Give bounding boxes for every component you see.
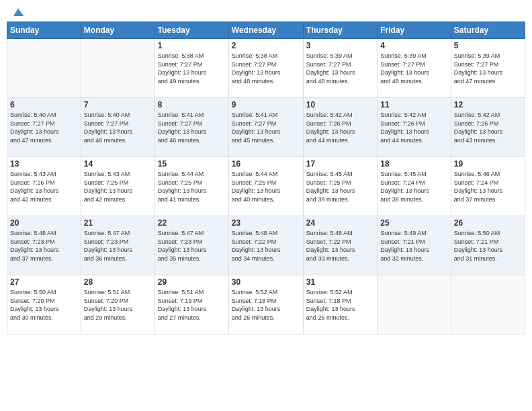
calendar-cell: 31Sunrise: 5:52 AM Sunset: 7:18 PM Dayli… — [303, 275, 377, 334]
day-number: 1 — [158, 41, 226, 50]
weekday-header: Monday — [81, 22, 154, 39]
calendar-week-row: 13Sunrise: 5:43 AM Sunset: 7:26 PM Dayli… — [7, 157, 525, 216]
day-info: Sunrise: 5:47 AM Sunset: 7:23 PM Dayligh… — [84, 229, 152, 263]
day-number: 9 — [232, 100, 300, 109]
calendar-cell: 22Sunrise: 5:47 AM Sunset: 7:23 PM Dayli… — [154, 216, 228, 275]
day-info: Sunrise: 5:47 AM Sunset: 7:23 PM Dayligh… — [158, 229, 226, 263]
calendar-cell: 12Sunrise: 5:42 AM Sunset: 7:26 PM Dayli… — [451, 98, 525, 157]
day-number: 14 — [84, 159, 152, 169]
calendar-cell: 24Sunrise: 5:48 AM Sunset: 7:22 PM Dayli… — [303, 216, 377, 275]
weekday-header: Saturday — [451, 22, 525, 39]
day-info: Sunrise: 5:44 AM Sunset: 7:25 PM Dayligh… — [158, 170, 226, 203]
calendar-cell: 19Sunrise: 5:46 AM Sunset: 7:24 PM Dayli… — [451, 157, 525, 216]
calendar-week-row: 27Sunrise: 5:50 AM Sunset: 7:20 PM Dayli… — [7, 275, 525, 334]
day-number: 5 — [454, 41, 522, 50]
day-number: 2 — [232, 41, 300, 50]
calendar-cell — [7, 39, 81, 98]
logo-icon — [11, 7, 26, 19]
day-info: Sunrise: 5:42 AM Sunset: 7:26 PM Dayligh… — [306, 111, 374, 144]
calendar-cell: 25Sunrise: 5:49 AM Sunset: 7:21 PM Dayli… — [378, 216, 451, 275]
calendar-cell: 10Sunrise: 5:42 AM Sunset: 7:26 PM Dayli… — [303, 98, 377, 157]
calendar-cell: 16Sunrise: 5:44 AM Sunset: 7:25 PM Dayli… — [228, 157, 303, 216]
calendar-cell: 28Sunrise: 5:51 AM Sunset: 7:20 PM Dayli… — [81, 275, 154, 334]
day-info: Sunrise: 5:46 AM Sunset: 7:24 PM Dayligh… — [454, 170, 522, 203]
calendar-cell: 7Sunrise: 5:40 AM Sunset: 7:27 PM Daylig… — [81, 98, 154, 157]
day-info: Sunrise: 5:48 AM Sunset: 7:22 PM Dayligh… — [306, 229, 374, 263]
day-number: 23 — [232, 218, 300, 228]
calendar-header-row: SundayMondayTuesdayWednesdayThursdayFrid… — [7, 22, 525, 39]
calendar-cell: 6Sunrise: 5:40 AM Sunset: 7:27 PM Daylig… — [7, 98, 81, 157]
day-info: Sunrise: 5:39 AM Sunset: 7:27 PM Dayligh… — [306, 52, 374, 85]
day-info: Sunrise: 5:40 AM Sunset: 7:27 PM Dayligh… — [84, 111, 152, 144]
day-info: Sunrise: 5:49 AM Sunset: 7:21 PM Dayligh… — [380, 229, 447, 263]
day-number: 8 — [158, 100, 226, 109]
weekday-header: Tuesday — [154, 22, 228, 39]
day-info: Sunrise: 5:41 AM Sunset: 7:27 PM Dayligh… — [232, 111, 300, 144]
day-info: Sunrise: 5:42 AM Sunset: 7:26 PM Dayligh… — [454, 111, 522, 144]
day-number: 21 — [84, 218, 152, 228]
calendar-cell: 17Sunrise: 5:45 AM Sunset: 7:25 PM Dayli… — [303, 157, 377, 216]
weekday-header: Wednesday — [228, 22, 303, 39]
calendar-cell: 2Sunrise: 5:38 AM Sunset: 7:27 PM Daylig… — [228, 39, 303, 98]
day-info: Sunrise: 5:38 AM Sunset: 7:27 PM Dayligh… — [232, 52, 300, 85]
day-number: 4 — [380, 41, 447, 50]
calendar-cell: 13Sunrise: 5:43 AM Sunset: 7:26 PM Dayli… — [7, 157, 81, 216]
day-number: 12 — [454, 100, 522, 109]
day-number: 16 — [232, 159, 300, 169]
weekday-header: Friday — [378, 22, 451, 39]
day-info: Sunrise: 5:40 AM Sunset: 7:27 PM Dayligh… — [10, 111, 78, 144]
calendar-cell — [81, 39, 154, 98]
day-number: 13 — [10, 159, 78, 169]
calendar-cell: 11Sunrise: 5:42 AM Sunset: 7:26 PM Dayli… — [378, 98, 451, 157]
day-info: Sunrise: 5:45 AM Sunset: 7:24 PM Dayligh… — [380, 170, 447, 203]
calendar-cell: 20Sunrise: 5:46 AM Sunset: 7:23 PM Dayli… — [7, 216, 81, 275]
day-info: Sunrise: 5:39 AM Sunset: 7:27 PM Dayligh… — [380, 52, 447, 85]
calendar-cell: 30Sunrise: 5:52 AM Sunset: 7:18 PM Dayli… — [228, 275, 303, 334]
day-info: Sunrise: 5:51 AM Sunset: 7:19 PM Dayligh… — [158, 288, 226, 322]
day-info: Sunrise: 5:39 AM Sunset: 7:27 PM Dayligh… — [454, 52, 522, 85]
calendar-cell: 1Sunrise: 5:38 AM Sunset: 7:27 PM Daylig… — [154, 39, 228, 98]
day-info: Sunrise: 5:52 AM Sunset: 7:18 PM Dayligh… — [232, 288, 300, 322]
page-header — [7, 7, 525, 16]
day-info: Sunrise: 5:52 AM Sunset: 7:18 PM Dayligh… — [306, 288, 374, 322]
day-info: Sunrise: 5:46 AM Sunset: 7:23 PM Dayligh… — [10, 229, 78, 263]
day-number: 17 — [306, 159, 374, 169]
calendar-cell: 14Sunrise: 5:43 AM Sunset: 7:25 PM Dayli… — [81, 157, 154, 216]
day-number: 10 — [306, 100, 374, 109]
day-info: Sunrise: 5:45 AM Sunset: 7:25 PM Dayligh… — [306, 170, 374, 203]
calendar-week-row: 20Sunrise: 5:46 AM Sunset: 7:23 PM Dayli… — [7, 216, 525, 275]
day-number: 3 — [306, 41, 374, 50]
calendar-week-row: 6Sunrise: 5:40 AM Sunset: 7:27 PM Daylig… — [7, 98, 525, 157]
day-number: 15 — [158, 159, 226, 169]
day-info: Sunrise: 5:44 AM Sunset: 7:25 PM Dayligh… — [232, 170, 300, 203]
day-number: 27 — [10, 277, 78, 287]
day-number: 29 — [158, 277, 226, 287]
calendar-cell: 21Sunrise: 5:47 AM Sunset: 7:23 PM Dayli… — [81, 216, 154, 275]
calendar-cell: 23Sunrise: 5:48 AM Sunset: 7:22 PM Dayli… — [228, 216, 303, 275]
day-info: Sunrise: 5:43 AM Sunset: 7:26 PM Dayligh… — [10, 170, 78, 203]
day-number: 24 — [306, 218, 374, 228]
day-number: 11 — [380, 100, 447, 109]
weekday-header: Thursday — [303, 22, 377, 39]
day-number: 6 — [10, 100, 78, 109]
day-info: Sunrise: 5:43 AM Sunset: 7:25 PM Dayligh… — [84, 170, 152, 203]
day-number: 20 — [10, 218, 78, 228]
calendar-cell: 15Sunrise: 5:44 AM Sunset: 7:25 PM Dayli… — [154, 157, 228, 216]
day-info: Sunrise: 5:51 AM Sunset: 7:20 PM Dayligh… — [84, 288, 152, 322]
day-number: 26 — [454, 218, 522, 228]
calendar-table: SundayMondayTuesdayWednesdayThursdayFrid… — [7, 21, 525, 334]
day-number: 25 — [380, 218, 447, 228]
day-number: 30 — [232, 277, 300, 287]
calendar-cell: 8Sunrise: 5:41 AM Sunset: 7:27 PM Daylig… — [154, 98, 228, 157]
calendar-cell: 26Sunrise: 5:50 AM Sunset: 7:21 PM Dayli… — [451, 216, 525, 275]
calendar-cell — [451, 275, 525, 334]
day-number: 7 — [84, 100, 152, 109]
day-info: Sunrise: 5:50 AM Sunset: 7:21 PM Dayligh… — [454, 229, 522, 263]
calendar-week-row: 1Sunrise: 5:38 AM Sunset: 7:27 PM Daylig… — [7, 39, 525, 98]
day-number: 31 — [306, 277, 374, 287]
day-info: Sunrise: 5:38 AM Sunset: 7:27 PM Dayligh… — [158, 52, 226, 85]
calendar-cell — [378, 275, 451, 334]
day-number: 19 — [454, 159, 522, 169]
calendar-cell: 3Sunrise: 5:39 AM Sunset: 7:27 PM Daylig… — [303, 39, 377, 98]
logo — [9, 7, 26, 16]
